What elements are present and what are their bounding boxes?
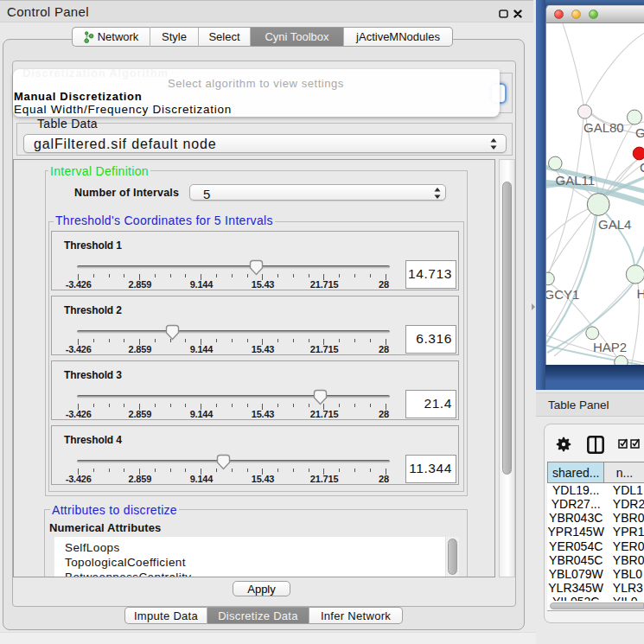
svg-text:GCY1: GCY1 [546,287,579,302]
svg-text:GAL80: GAL80 [583,120,624,135]
svg-text:GAL4: GAL4 [598,217,631,232]
svg-text:HAP2: HAP2 [593,340,627,354]
svg-text:GAL11: GAL11 [556,173,596,188]
svg-text:G.: G. [635,125,644,140]
svg-text:H: H [637,286,644,301]
svg-text:C: C [640,160,644,175]
